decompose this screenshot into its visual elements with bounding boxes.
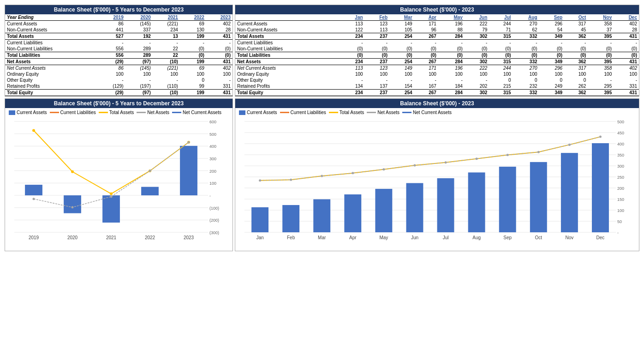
right-chart-title: Balance Sheet ($'000) - 2023	[235, 99, 639, 108]
svg-text:Dec: Dec	[596, 235, 605, 240]
right-row-label: Current Assets	[235, 21, 340, 27]
left-row-cell: (97)	[125, 59, 153, 65]
svg-rect-72	[561, 153, 578, 232]
right-row-cell: 331	[614, 83, 639, 90]
left-row-cell: (221)	[153, 21, 180, 27]
right-row-cell: 302	[465, 90, 489, 96]
right-row-label: Total Equity	[235, 90, 340, 96]
right-row-cell: (0)	[438, 52, 465, 59]
svg-point-74	[259, 179, 261, 182]
legend-total-assets-icon	[99, 112, 108, 113]
right-row-cell: -	[465, 40, 489, 46]
right-row-cell: 100	[438, 71, 465, 77]
right-row-cell: 431	[614, 90, 639, 96]
svg-rect-22	[102, 195, 120, 223]
right-row-cell: 167	[414, 83, 438, 90]
right-row-cell: 62	[513, 27, 539, 33]
right-row-cell: (0)	[539, 52, 565, 59]
right-row-cell: 171	[414, 21, 438, 27]
right-row-cell: 302	[465, 59, 489, 65]
legend-current-liab: Current Liabilities	[50, 110, 96, 115]
col-jan: Jan	[340, 14, 364, 21]
left-row-cell: 431	[206, 59, 233, 65]
right-row-cell: (0)	[365, 52, 389, 59]
right-row-cell: 402	[614, 21, 639, 27]
legend-current-assets-bar: Current Assets	[9, 110, 47, 115]
left-row-label: Current Liabilities	[5, 40, 98, 46]
right-row-cell: 79	[465, 27, 489, 33]
svg-text:300: 300	[209, 157, 216, 161]
right-row-cell: (0)	[588, 46, 614, 52]
right-row-cell: -	[588, 40, 614, 46]
svg-text:2021: 2021	[106, 235, 117, 240]
right-row-cell: 332	[513, 59, 539, 65]
svg-text:Feb: Feb	[287, 235, 295, 240]
svg-rect-69	[468, 172, 485, 232]
col-label	[235, 14, 340, 21]
svg-rect-65	[344, 194, 361, 232]
right-row-cell: 270	[513, 65, 539, 72]
svg-point-31	[72, 206, 74, 208]
right-row-cell: 122	[340, 27, 364, 33]
right-row-cell: 395	[588, 59, 614, 65]
svg-text:-: -	[209, 194, 211, 198]
right-row-cell: -	[465, 77, 489, 83]
left-chart-panel: Balance Sheet ($'000) - 5 Years to Decem…	[5, 98, 233, 251]
svg-rect-21	[64, 195, 81, 213]
right-chart-panel: Balance Sheet ($'000) - 2023 Current Ass…	[235, 98, 639, 251]
svg-text:100: 100	[617, 208, 624, 213]
right-row-cell: (0)	[465, 46, 489, 52]
svg-text:Nov: Nov	[565, 235, 573, 240]
left-row-cell: -	[98, 40, 125, 46]
right-row-cell: (0)	[389, 52, 414, 59]
col-dec: Dec	[614, 14, 639, 21]
svg-text:May: May	[379, 235, 388, 240]
svg-point-75	[290, 179, 292, 181]
svg-point-78	[382, 168, 385, 170]
right-row-label: Non-Current Liabilities	[235, 46, 340, 52]
right-row-label: Other Equity	[235, 77, 340, 83]
left-row-cell: 100	[180, 71, 206, 77]
right-row-cell: 234	[340, 33, 364, 40]
right-row-cell: -	[365, 77, 389, 83]
svg-text:Jan: Jan	[256, 235, 263, 240]
right-row-cell: 100	[489, 71, 513, 77]
table-row: Net Current Assets1131231491711962222442…	[235, 65, 639, 72]
svg-text:350: 350	[617, 153, 624, 157]
left-row-label: Current Assets	[5, 21, 98, 27]
svg-text:Jul: Jul	[443, 235, 449, 240]
left-row-cell: 234	[153, 27, 180, 33]
right-table-header: Jan Feb Mar Apr May Jun Jul Aug Sep Oct …	[235, 14, 639, 21]
svg-point-79	[413, 164, 416, 167]
left-row-label: Non-Current Liabilities	[5, 46, 98, 52]
right-row-cell: 362	[564, 33, 588, 40]
col-apr: Apr	[414, 14, 438, 21]
col-sep: Sep	[539, 14, 565, 21]
right-row-cell: 37	[588, 27, 614, 33]
right-row-cell: -	[389, 40, 414, 46]
col-oct: Oct	[564, 14, 588, 21]
right-row-cell: -	[614, 40, 639, 46]
right-table-title: Balance Sheet ($'000) - 2023	[235, 5, 639, 14]
right-table-body: Current Assets11312314917119622224427029…	[235, 21, 639, 96]
left-row-cell: 199	[180, 90, 206, 96]
right-row-cell: 431	[614, 33, 639, 40]
right-row-cell: 196	[438, 21, 465, 27]
svg-point-76	[321, 175, 323, 177]
right-row-cell: 154	[389, 83, 414, 90]
right-row-cell: 362	[564, 59, 588, 65]
svg-point-32	[110, 195, 113, 198]
right-row-cell: -	[389, 77, 414, 83]
left-chart-svg: (300)(200)(100)-100200300400500600201920…	[5, 117, 233, 251]
right-row-cell: 234	[340, 90, 364, 96]
right-row-cell: (0)	[340, 46, 364, 52]
svg-point-27	[110, 193, 113, 195]
left-table-header: Year Ending 2019 2020 2021 2022 2023	[5, 14, 233, 21]
right-row-label: Total Liabilities	[235, 52, 340, 59]
right-row-cell: 402	[614, 65, 639, 72]
r-legend-current-liab-label: Current Liabilities	[291, 110, 326, 115]
r-legend-net-current-label: Net Current Assets	[413, 110, 452, 115]
right-row-cell: 113	[340, 21, 364, 27]
left-chart-title: Balance Sheet ($'000) - 5 Years to Decem…	[5, 99, 233, 108]
left-row-cell: (221)	[153, 65, 180, 72]
